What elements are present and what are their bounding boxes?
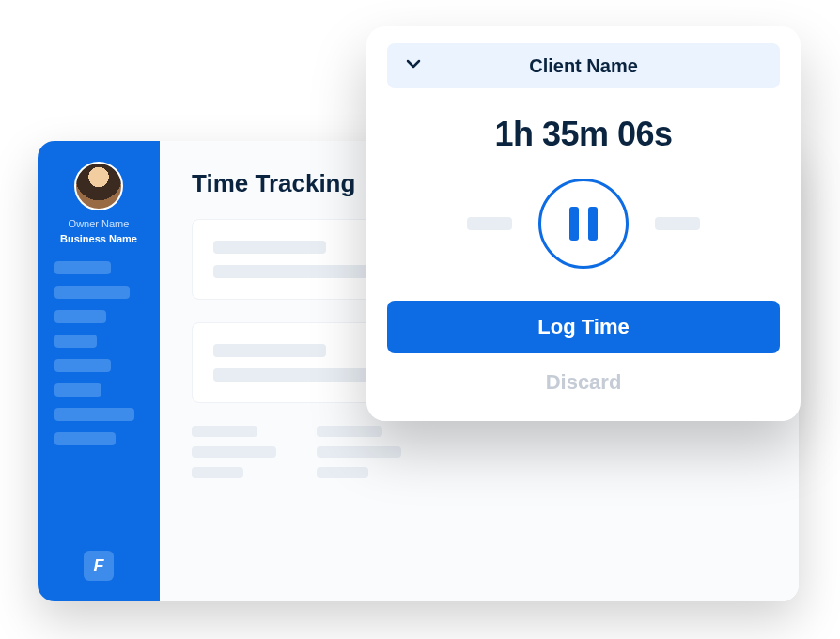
elapsed-time: 1h 35m 06s [494, 115, 672, 154]
client-label: Client Name [529, 55, 638, 77]
nav-item[interactable] [54, 432, 116, 445]
placeholder-line [317, 467, 368, 478]
nav-item[interactable] [54, 261, 111, 274]
placeholder-line [213, 241, 326, 254]
discard-button[interactable]: Discard [546, 370, 622, 395]
pause-icon [569, 207, 579, 241]
owner-name: Owner Name [69, 218, 130, 229]
next-control-placeholder[interactable] [655, 217, 700, 230]
timer-controls [467, 179, 700, 269]
placeholder-line [192, 426, 257, 437]
pause-icon [588, 207, 598, 241]
nav-item[interactable] [54, 310, 106, 323]
placeholder-line [192, 467, 243, 478]
placeholder-line [192, 446, 276, 458]
columns-placeholder [192, 426, 767, 478]
timer-panel: Client Name 1h 35m 06s Log Time Discard [366, 26, 801, 421]
log-time-button[interactable]: Log Time [387, 301, 780, 353]
placeholder-line [317, 446, 401, 458]
nav-item[interactable] [54, 335, 97, 348]
column-placeholder [317, 426, 406, 478]
prev-control-placeholder[interactable] [467, 217, 512, 230]
logo-letter: F [94, 556, 104, 576]
logo-icon: F [84, 551, 114, 581]
placeholder-line [317, 426, 382, 437]
nav-item[interactable] [54, 286, 130, 299]
business-name: Business Name [60, 233, 137, 244]
nav-item[interactable] [54, 408, 134, 421]
pause-button[interactable] [538, 179, 629, 269]
nav-item[interactable] [54, 383, 101, 397]
column-placeholder [192, 426, 281, 478]
avatar[interactable] [74, 162, 123, 210]
nav-items [38, 261, 160, 445]
nav-item[interactable] [54, 359, 111, 372]
chevron-down-icon [404, 55, 423, 77]
client-dropdown[interactable]: Client Name [387, 43, 780, 88]
placeholder-line [213, 344, 326, 357]
sidebar: Owner Name Business Name F [38, 141, 160, 601]
